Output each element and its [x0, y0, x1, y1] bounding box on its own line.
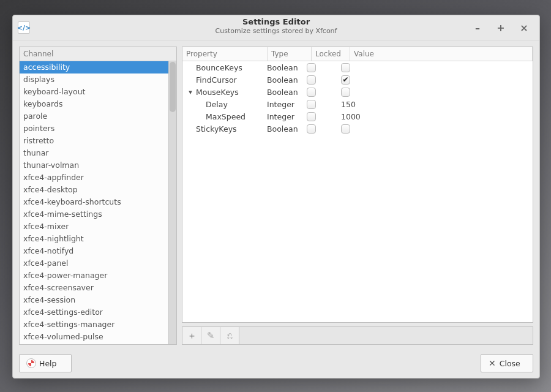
minimize-button[interactable]: –	[471, 21, 484, 34]
property-type: Integer	[263, 112, 303, 121]
reset-property-button[interactable]: ⎌	[220, 327, 239, 344]
channel-row-xfce4-volumed-pulse[interactable]: xfce4-volumed-pulse	[20, 331, 168, 343]
property-type: Boolean	[263, 124, 303, 134]
disclosure-icon[interactable]: ▾	[186, 88, 195, 96]
window-subtitle: Customize settings stored by Xfconf	[13, 27, 539, 35]
property-row-MouseKeys[interactable]: ▾MouseKeysBoolean	[182, 86, 533, 98]
reset-icon: ⎌	[227, 330, 233, 341]
title-block: Settings Editor Customize settings store…	[13, 17, 539, 35]
help-button[interactable]: Help	[19, 354, 72, 372]
property-type: Boolean	[263, 75, 303, 85]
property-row-StickyKeys[interactable]: StickyKeysBoolean	[182, 123, 533, 135]
close-label: Close	[500, 359, 520, 368]
property-name: BounceKeys	[196, 63, 242, 72]
property-name: MouseKeys	[196, 88, 239, 97]
pencil-icon: ✎	[207, 330, 215, 341]
channel-scrollbar[interactable]	[168, 61, 176, 344]
channel-column-header[interactable]: Channel	[20, 47, 176, 61]
channel-row-thunar[interactable]: thunar	[20, 147, 168, 159]
column-header-type[interactable]: Type	[268, 47, 312, 61]
channel-row-thunar-volman[interactable]: thunar-volman	[20, 159, 168, 172]
value-checkbox[interactable]	[341, 75, 350, 85]
property-name: MaxSpeed	[206, 112, 246, 121]
close-button[interactable]: ✕ Close	[481, 354, 533, 372]
window-controls: – + ×	[471, 15, 537, 40]
channel-row-ristretto[interactable]: ristretto	[20, 135, 168, 147]
channel-list-wrapper: accessibilitydisplayskeyboard-layoutkeyb…	[20, 61, 176, 344]
channel-row-xfce4-mixer[interactable]: xfce4-mixer	[20, 221, 168, 233]
property-type: Boolean	[263, 88, 303, 97]
maximize-button[interactable]: +	[494, 21, 508, 34]
channel-row-xfce4-appfinder[interactable]: xfce4-appfinder	[20, 172, 168, 184]
property-row-Delay[interactable]: DelayInteger150	[182, 98, 533, 110]
property-value: 1000	[341, 112, 361, 121]
help-icon	[27, 359, 36, 368]
channel-row-displays[interactable]: displays	[20, 74, 168, 86]
channel-row-xfce4-power-manager[interactable]: xfce4-power-manager	[20, 270, 168, 282]
channel-row-keyboards[interactable]: keyboards	[20, 98, 168, 110]
channel-scroll-thumb[interactable]	[170, 62, 176, 112]
column-header-locked[interactable]: Locked	[312, 47, 350, 61]
channel-panel: Channel accessibilitydisplayskeyboard-la…	[19, 47, 177, 345]
value-checkbox[interactable]	[341, 63, 350, 72]
column-header-property[interactable]: Property	[182, 47, 268, 61]
channel-row-xfce4-desktop[interactable]: xfce4-desktop	[20, 184, 168, 196]
channel-row-xfce4-nightlight[interactable]: xfce4-nightlight	[20, 233, 168, 245]
close-window-button[interactable]: ×	[517, 21, 531, 34]
content-area: Channel accessibilitydisplayskeyboard-la…	[13, 40, 539, 349]
property-toolbar: ＋ ✎ ⎌	[182, 326, 533, 345]
locked-checkbox[interactable]	[307, 124, 316, 134]
channel-row-keyboard-layout[interactable]: keyboard-layout	[20, 86, 168, 98]
property-list[interactable]: BounceKeysBooleanFindCursorBoolean▾Mouse…	[182, 61, 533, 322]
plus-icon: ＋	[187, 330, 197, 342]
property-row-MaxSpeed[interactable]: MaxSpeedInteger1000	[182, 110, 533, 123]
property-row-BounceKeys[interactable]: BounceKeysBoolean	[182, 61, 533, 74]
locked-checkbox[interactable]	[307, 112, 316, 121]
channel-row-xfce4-settings-editor[interactable]: xfce4-settings-editor	[20, 306, 168, 318]
channel-row-pointers[interactable]: pointers	[20, 123, 168, 135]
settings-editor-window: </> Settings Editor Customize settings s…	[12, 15, 540, 379]
window-title: Settings Editor	[13, 17, 539, 26]
locked-checkbox[interactable]	[307, 100, 316, 109]
footer: Help ✕ Close	[13, 349, 539, 378]
channel-row-xfce4-keyboard-shortcuts[interactable]: xfce4-keyboard-shortcuts	[20, 196, 168, 208]
channel-row-xfce4-panel[interactable]: xfce4-panel	[20, 257, 168, 270]
channel-row-xfce4-notifyd[interactable]: xfce4-notifyd	[20, 245, 168, 257]
value-checkbox[interactable]	[341, 88, 350, 97]
column-header-value[interactable]: Value	[350, 47, 533, 61]
locked-checkbox[interactable]	[307, 75, 316, 85]
channel-list[interactable]: accessibilitydisplayskeyboard-layoutkeyb…	[20, 61, 168, 344]
help-label: Help	[39, 359, 57, 368]
locked-checkbox[interactable]	[307, 63, 316, 72]
channel-row-xfce4-session[interactable]: xfce4-session	[20, 294, 168, 306]
channel-row-xfce4-mime-settings[interactable]: xfce4-mime-settings	[20, 208, 168, 221]
add-property-button[interactable]: ＋	[182, 327, 201, 344]
channel-row-xfce4-settings-manager[interactable]: xfce4-settings-manager	[20, 318, 168, 331]
right-pane: Property Type Locked Value BounceKeysBoo…	[182, 47, 533, 345]
app-icon: </>	[18, 21, 30, 34]
locked-checkbox[interactable]	[307, 88, 316, 97]
property-type: Boolean	[263, 63, 303, 72]
property-type: Integer	[263, 100, 303, 109]
edit-property-button[interactable]: ✎	[201, 327, 220, 344]
channel-row-xfce4-screensaver[interactable]: xfce4-screensaver	[20, 282, 168, 294]
property-panel: Property Type Locked Value BounceKeysBoo…	[182, 47, 533, 323]
titlebar: </> Settings Editor Customize settings s…	[13, 15, 539, 40]
channel-row-xfwm4[interactable]: xfwm4	[20, 343, 168, 344]
property-name: StickyKeys	[196, 124, 237, 134]
value-checkbox[interactable]	[341, 124, 350, 134]
channel-row-parole[interactable]: parole	[20, 110, 168, 123]
property-name: Delay	[206, 100, 228, 109]
channel-row-accessibility[interactable]: accessibility	[20, 61, 168, 74]
close-icon: ✕	[489, 358, 496, 368]
property-column-headers: Property Type Locked Value	[182, 47, 533, 61]
property-value: 150	[341, 100, 356, 109]
property-row-FindCursor[interactable]: FindCursorBoolean	[182, 74, 533, 86]
property-name: FindCursor	[196, 75, 237, 85]
